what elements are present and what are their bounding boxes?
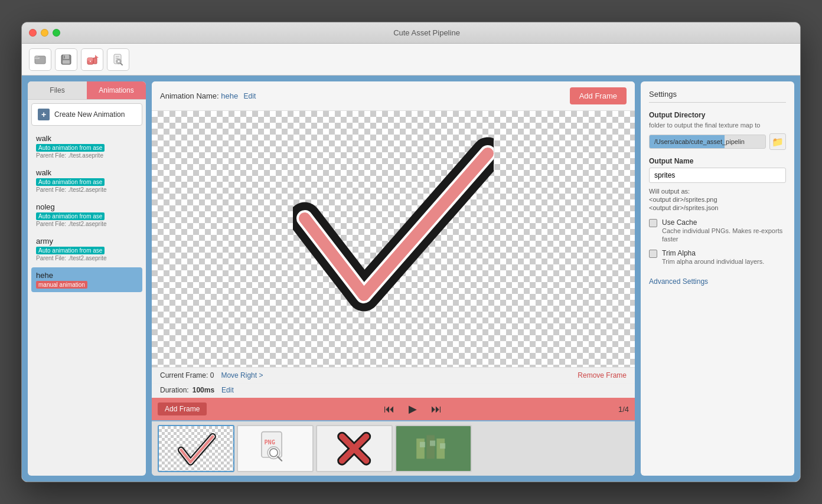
create-new-animation-button[interactable]: + Create New Animation	[31, 103, 142, 126]
anim-tag: Auto animation from ase	[36, 178, 105, 186]
filmstrip-frame[interactable]	[158, 425, 234, 472]
save-button[interactable]	[55, 48, 77, 71]
animation-name-value: hehe	[221, 91, 238, 100]
output-dir-label: Output Directory	[649, 111, 786, 119]
sidebar-items: + Create New Animation walk Auto animati…	[28, 100, 146, 476]
filmstrip-frame[interactable]	[395, 425, 472, 472]
close-button[interactable]	[29, 29, 37, 37]
edit-duration-link[interactable]: Edit	[221, 386, 234, 394]
anim-parent: Parent File: ./test2.aseprite	[36, 186, 138, 193]
sidebar: Files Animations + Create New Animation …	[28, 81, 146, 476]
move-right-link[interactable]: Move Right >	[221, 371, 263, 379]
toolbar	[22, 44, 800, 76]
list-item[interactable]: hehe manual animation	[31, 267, 142, 292]
anim-tag: Auto animation from ase	[36, 144, 105, 152]
anim-tag: manual animation	[36, 281, 87, 289]
svg-rect-28	[427, 435, 435, 459]
current-frame-label: Current Frame: 0	[160, 371, 214, 379]
settings-panel: Settings Output Directory folder to outp…	[641, 81, 794, 476]
add-frame-button[interactable]: Add Frame	[570, 87, 627, 104]
output-name-input[interactable]	[649, 168, 786, 183]
anim-tag: Auto animation from ase	[36, 247, 105, 254]
output-dir-row: 📁	[649, 133, 786, 150]
create-new-label: Create New Animation	[54, 110, 125, 119]
svg-rect-2	[35, 56, 38, 58]
export-button[interactable]	[81, 48, 103, 71]
duration-row: Duration: 100ms Edit	[152, 383, 635, 398]
remove-frame-link[interactable]: Remove Frame	[578, 371, 627, 379]
trim-alpha-checkbox[interactable]	[649, 250, 657, 258]
anim-name: walk	[36, 168, 138, 177]
anim-parent: Parent File: ./test2.aseprite	[36, 221, 138, 227]
svg-rect-6	[63, 60, 70, 64]
frame-info-bar: Current Frame: 0 Move Right > Remove Fra…	[152, 367, 635, 383]
output-json-path: <output dir>/sprites.json	[649, 204, 786, 211]
output-png-path: <output dir>/sprites.png	[649, 196, 786, 203]
advanced-settings-link[interactable]: Advanced Settings	[649, 277, 708, 286]
open-button[interactable]	[29, 48, 51, 71]
output-name-label: Output Name	[649, 157, 786, 165]
filmstrip-frame[interactable]	[316, 425, 393, 472]
svg-rect-27	[416, 438, 425, 459]
list-item[interactable]: noleg Auto animation from ase Parent Fil…	[31, 199, 142, 231]
filmstrip-page-info: 1/4	[618, 405, 629, 414]
trim-alpha-desc: Trim alpha around individual layers.	[662, 258, 764, 265]
anim-name: walk	[36, 134, 138, 143]
use-cache-label: Use Cache	[662, 218, 786, 227]
minimize-button[interactable]	[41, 29, 48, 37]
filmstrip-play-button[interactable]: ▶	[405, 401, 420, 417]
use-cache-desc: Cache individual PNGs. Makes re-exports …	[662, 227, 782, 243]
anim-parent: Parent File: ./test.aseprite	[36, 152, 138, 159]
list-item[interactable]: walk Auto animation from ase Parent File…	[31, 130, 142, 162]
svg-marker-9	[95, 55, 99, 58]
anim-name: hehe	[36, 271, 138, 280]
list-item[interactable]: walk Auto animation from ase Parent File…	[31, 165, 142, 197]
use-cache-checkbox[interactable]	[649, 219, 657, 227]
filmstrip-rewind-button[interactable]: ⏮	[380, 402, 398, 417]
filmstrip-bar: Add Frame ⏮ ▶ ⏭ 1/4	[152, 398, 635, 420]
anim-tag: Auto animation from ase	[36, 212, 105, 220]
output-dir-browse-button[interactable]: 📁	[769, 133, 786, 150]
duration-label: Duration:	[160, 386, 189, 394]
preview-image	[293, 130, 494, 348]
duration-value: 100ms	[193, 386, 214, 394]
svg-rect-8	[87, 58, 93, 61]
svg-rect-5	[64, 55, 65, 58]
titlebar: Cute Asset Pipeline	[22, 22, 800, 44]
app-window: Cute Asset Pipeline	[21, 22, 801, 482]
sidebar-tabs: Files Animations	[28, 81, 146, 100]
filmstrip-frames: PNG	[152, 420, 635, 476]
edit-name-link[interactable]: Edit	[244, 92, 256, 100]
anim-parent: Parent File: ./test2.aseprite	[36, 255, 138, 261]
search-file-button[interactable]	[107, 48, 129, 71]
output-dir-desc: folder to output the final texture map t…	[649, 122, 786, 129]
svg-rect-32	[440, 443, 445, 449]
output-dir-input[interactable]	[649, 135, 766, 149]
anim-name: noleg	[36, 202, 138, 211]
svg-text:PNG: PNG	[265, 438, 276, 446]
trim-alpha-label: Trim Alpha	[662, 249, 786, 257]
tab-files[interactable]: Files	[28, 81, 87, 99]
filmstrip-add-frame-button[interactable]: Add Frame	[158, 402, 207, 415]
titlebar-title: Cute Asset Pipeline	[60, 28, 793, 37]
traffic-lights	[29, 29, 60, 37]
will-output-label: Will output as:	[649, 188, 786, 195]
anim-name: army	[36, 237, 138, 246]
tab-animations[interactable]: Animations	[87, 81, 146, 99]
trim-alpha-row: Trim Alpha Trim alpha around individual …	[649, 249, 786, 266]
settings-title: Settings	[649, 90, 786, 103]
svg-line-14	[120, 63, 122, 65]
output-info: Will output as: <output dir>/sprites.png…	[649, 188, 786, 211]
filmstrip-frame[interactable]: PNG	[237, 425, 314, 472]
list-item[interactable]: army Auto animation from ase Parent File…	[31, 233, 142, 265]
use-cache-row: Use Cache Cache individual PNGs. Makes r…	[649, 218, 786, 243]
filmstrip-fast-forward-button[interactable]: ⏭	[428, 402, 445, 417]
svg-rect-10	[93, 58, 97, 64]
center-panel: Animation Name: hehe Edit Add Frame	[152, 81, 635, 476]
svg-rect-30	[420, 442, 425, 447]
animation-name-display: Animation Name: hehe Edit	[160, 91, 256, 100]
create-new-icon: +	[38, 109, 50, 120]
filmstrip-controls: ⏮ ▶ ⏭	[207, 401, 618, 417]
maximize-button[interactable]	[53, 29, 60, 37]
main-content: Files Animations + Create New Animation …	[22, 76, 800, 482]
